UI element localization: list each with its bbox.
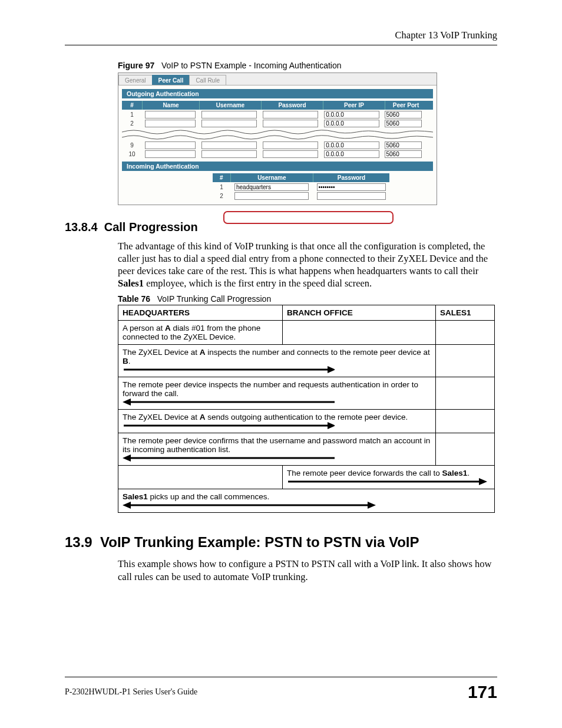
password-input[interactable] <box>263 111 318 118</box>
cell: The ZyXEL Device at A inspects the numbe… <box>118 345 436 377</box>
incoming-auth-header: Incoming Authentication <box>122 162 433 171</box>
password-input[interactable] <box>263 150 318 158</box>
svg-marker-9 <box>479 478 487 485</box>
outgoing-row: 2 <box>122 120 433 127</box>
password-input[interactable] <box>317 183 386 191</box>
username-input[interactable] <box>201 120 257 127</box>
col-index: # <box>213 173 231 182</box>
arrow-right-icon <box>123 421 335 430</box>
table-caption: Table 76 VoIP Trunking Call Progression <box>118 294 497 304</box>
cell: The remote peer device forwards the call… <box>283 466 495 489</box>
running-header: Chapter 13 VoIP Trunking <box>65 29 497 41</box>
torn-edge-icon <box>122 129 433 140</box>
arrow-left-icon <box>123 454 335 462</box>
peer-port-input[interactable] <box>385 120 422 127</box>
ui-screenshot: General Peer Call Call Rule Outgoing Aut… <box>118 73 437 205</box>
table-row: A person at A dials #01 from the phone c… <box>118 321 495 345</box>
call-progression-table: HEADQUARTERS BRANCH OFFICE SALES1 A pers… <box>118 305 495 513</box>
cell: The remote peer device confirms that the… <box>118 433 436 466</box>
arrow-left-icon <box>123 398 335 406</box>
outgoing-auth-header: Outgoing Authentication <box>122 89 433 98</box>
username-input[interactable] <box>201 150 257 158</box>
svg-marker-12 <box>368 502 376 509</box>
cell <box>436 345 495 377</box>
col-username: Username <box>231 173 313 182</box>
col-sales1: SALES1 <box>436 305 495 321</box>
heading-13-9: 13.9 VoIP Trunking Example: PSTN to PSTN… <box>65 534 497 551</box>
figure-caption: Figure 97 VoIP to PSTN Example - Incomin… <box>118 61 497 70</box>
callout-highlight <box>223 211 394 224</box>
table-row: The remote peer device inspects the numb… <box>118 377 495 410</box>
col-password: Password <box>313 173 389 182</box>
svg-marker-1 <box>328 366 335 373</box>
figure-label: Figure 97 <box>118 61 154 70</box>
peer-port-input[interactable] <box>385 141 422 149</box>
username-input[interactable] <box>201 111 257 118</box>
col-branch-office: BRANCH OFFICE <box>283 305 436 321</box>
peer-port-input[interactable] <box>385 111 422 118</box>
table-title: VoIP Trunking Call Progression <box>157 294 272 304</box>
col-peer-ip: Peer IP <box>323 101 385 110</box>
password-input[interactable] <box>317 192 386 200</box>
name-input[interactable] <box>145 111 196 118</box>
table-label: Table 76 <box>118 294 150 304</box>
cell <box>118 466 283 489</box>
table-row: The ZyXEL Device at A inspects the numbe… <box>118 345 495 377</box>
row-index: 2 <box>213 192 230 200</box>
body-paragraph: This example shows how to configure a PS… <box>118 558 497 582</box>
arrow-right-icon <box>287 477 487 486</box>
peer-ip-input[interactable] <box>324 120 379 127</box>
heading-number: 13.9 <box>65 534 92 550</box>
password-input[interactable] <box>263 120 318 127</box>
peer-ip-input[interactable] <box>324 150 379 158</box>
tab-call-rule[interactable]: Call Rule <box>189 75 226 85</box>
footer-rule <box>65 677 497 677</box>
cell: A person at A dials #01 from the phone c… <box>118 321 283 345</box>
outgoing-row: 9 <box>122 141 433 149</box>
table-row: The remote peer device confirms that the… <box>118 433 495 466</box>
incoming-row: 2 <box>213 192 389 200</box>
footer-guide-title: P-2302HWUDL-P1 Series User's Guide <box>65 687 197 697</box>
name-input[interactable] <box>145 120 196 127</box>
cell <box>436 321 495 345</box>
tab-bar: General Peer Call Call Rule <box>118 73 437 85</box>
tab-peer-call[interactable]: Peer Call <box>152 75 190 85</box>
tab-general[interactable]: General <box>118 75 153 85</box>
row-index: 1 <box>213 183 230 191</box>
table-header-row: HEADQUARTERS BRANCH OFFICE SALES1 <box>118 305 495 321</box>
incoming-row: 1 <box>213 183 389 191</box>
row-index: 2 <box>122 120 142 127</box>
password-input[interactable] <box>263 141 318 149</box>
col-name: Name <box>143 101 200 110</box>
peer-ip-input[interactable] <box>324 111 379 118</box>
svg-marker-5 <box>328 422 335 429</box>
heading-number: 13.8.4 <box>65 220 98 233</box>
cell: The remote peer device inspects the numb… <box>118 377 436 410</box>
row-index: 1 <box>122 111 142 118</box>
outgoing-row: 10 <box>122 150 433 158</box>
col-headquarters: HEADQUARTERS <box>118 305 283 321</box>
row-index: 9 <box>122 141 142 149</box>
svg-marker-10 <box>123 502 131 509</box>
cell <box>436 410 495 433</box>
outgoing-grid-header: # Name Username Password Peer IP Peer Po… <box>122 101 433 110</box>
table-row: The remote peer device forwards the call… <box>118 466 495 489</box>
table-row: The ZyXEL Device at A sends outgoing aut… <box>118 410 495 433</box>
heading-title: Call Progression <box>104 220 198 233</box>
name-input[interactable] <box>145 141 196 149</box>
username-input[interactable] <box>234 192 309 200</box>
peer-ip-input[interactable] <box>324 141 379 149</box>
username-input[interactable] <box>201 141 257 149</box>
col-index: # <box>122 101 143 110</box>
peer-port-input[interactable] <box>385 150 422 158</box>
cell <box>283 321 436 345</box>
cell <box>436 377 495 410</box>
cell: Sales1 picks up and the call commences. <box>118 489 495 513</box>
svg-marker-2 <box>123 398 131 406</box>
name-input[interactable] <box>145 150 196 158</box>
page-number: 171 <box>468 682 497 702</box>
svg-marker-6 <box>123 454 131 462</box>
arrow-right-icon <box>123 365 335 374</box>
username-input[interactable] <box>234 183 309 191</box>
cell <box>436 433 495 466</box>
